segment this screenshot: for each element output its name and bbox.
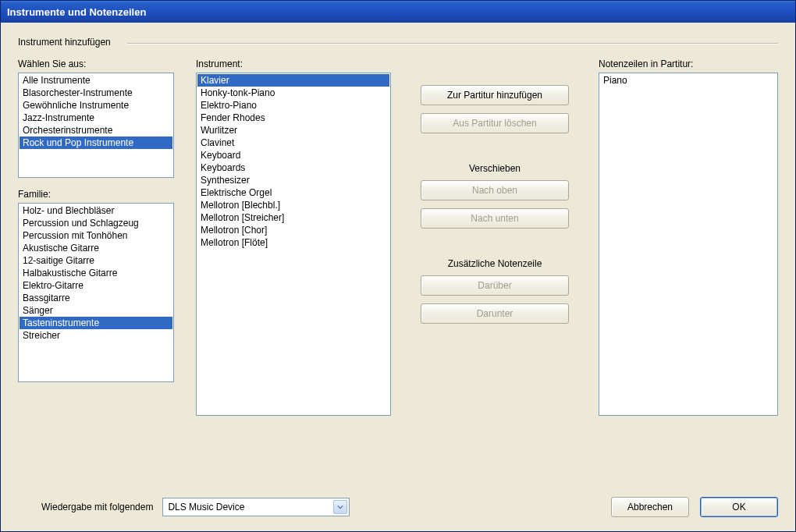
instrument-list-item[interactable]: Fender Rhodes	[197, 112, 389, 124]
bottom-row: Wiedergabe mit folgendem DLS Music Devic…	[18, 497, 778, 517]
divider	[127, 43, 778, 44]
playback-device-value: DLS Music Device	[168, 502, 244, 512]
columns: Wählen Sie aus: Alle InstrumenteBlasorch…	[18, 59, 778, 473]
choose-list-item[interactable]: Alle Instrumente	[20, 74, 172, 87]
fieldset-label: Instrument hinzufügen	[18, 37, 111, 48]
playback-label: Wiedergabe mit folgendem	[41, 502, 153, 512]
family-list-item[interactable]: Akustische Gitarre	[20, 242, 172, 254]
family-listbox[interactable]: Holz- und BlechbläserPercussion und Schl…	[18, 203, 174, 382]
staves-listbox[interactable]: Piano	[599, 73, 778, 416]
column-choose-family: Wählen Sie aus: Alle InstrumenteBlasorch…	[18, 59, 174, 473]
family-list-item[interactable]: Sänger	[20, 304, 172, 317]
column-staves: Notenzeilen in Partitur: Piano	[599, 59, 778, 473]
add-to-score-button[interactable]: Zur Partitur hinzufügen	[421, 85, 569, 105]
instrument-label: Instrument:	[196, 59, 391, 69]
cancel-button[interactable]: Abbrechen	[611, 497, 689, 517]
choose-list-item[interactable]: Jazz-Instrumente	[20, 112, 172, 124]
family-list-item[interactable]: Halbakustische Gitarre	[20, 267, 172, 279]
staves-label: Notenzeilen in Partitur:	[599, 59, 778, 69]
staves-list-item[interactable]: Piano	[600, 74, 776, 87]
instrument-list-item[interactable]: Keyboard	[197, 149, 389, 161]
move-section-label: Verschieben	[413, 163, 577, 174]
extra-staff-section-label: Zusätzliche Notenzeile	[413, 258, 577, 269]
instrument-list-item[interactable]: Mellotron [Blechbl.]	[197, 199, 389, 211]
instrument-list-item[interactable]: Clavinet	[197, 137, 389, 149]
titlebar[interactable]: Instrumente und Notenzeilen	[1, 1, 795, 23]
choose-list-item[interactable]: Blasorchester-Instrumente	[20, 87, 172, 99]
column-instrument: Instrument: KlavierHonky-tonk-PianoElekt…	[196, 59, 391, 473]
family-label: Familie:	[18, 189, 174, 200]
instrument-list-item[interactable]: Honky-tonk-Piano	[197, 87, 389, 99]
family-list-item[interactable]: Tasteninstrumente	[20, 317, 172, 329]
remove-from-score-button[interactable]: Aus Partitur löschen	[421, 113, 569, 133]
move-down-button[interactable]: Nach unten	[421, 208, 569, 229]
dialog-content: Instrument hinzufügen Wählen Sie aus: Al…	[1, 23, 795, 531]
column-actions: Zur Partitur hinzufügen Aus Partitur lös…	[413, 59, 577, 473]
choose-label: Wählen Sie aus:	[18, 59, 174, 69]
family-list-item[interactable]: Streicher	[20, 329, 172, 342]
choose-list-item[interactable]: Orchesterinstrumente	[20, 124, 172, 137]
window-title: Instrumente und Notenzeilen	[7, 6, 146, 18]
instrument-list-item[interactable]: Mellotron [Streicher]	[197, 211, 389, 224]
instrument-list-item[interactable]: Elektrische Orgel	[197, 186, 389, 199]
move-up-button[interactable]: Nach oben	[421, 180, 569, 200]
family-list-item[interactable]: Percussion und Schlagzeug	[20, 217, 172, 229]
staff-above-button[interactable]: Darüber	[421, 275, 569, 296]
instrument-list-item[interactable]: Wurlitzer	[197, 124, 389, 137]
staff-below-button[interactable]: Darunter	[421, 303, 569, 324]
choose-list-item[interactable]: Rock und Pop Instrumente	[20, 137, 172, 149]
instrument-list-item[interactable]: Elektro-Piano	[197, 99, 389, 112]
chevron-down-icon	[333, 500, 347, 514]
family-list-item[interactable]: 12-saitige Gitarre	[20, 254, 172, 267]
choose-listbox[interactable]: Alle InstrumenteBlasorchester-Instrument…	[18, 73, 174, 178]
family-list-item[interactable]: Elektro-Gitarre	[20, 279, 172, 292]
instrument-list-item[interactable]: Klavier	[197, 74, 389, 87]
family-list-item[interactable]: Holz- und Blechbläser	[20, 204, 172, 217]
choose-list-item[interactable]: Gewöhnliche Instrumente	[20, 99, 172, 112]
family-list-item[interactable]: Bassgitarre	[20, 292, 172, 304]
fieldset-header: Instrument hinzufügen	[18, 37, 778, 48]
ok-button[interactable]: OK	[700, 497, 778, 517]
dialog-buttons: Abbrechen OK	[611, 497, 778, 517]
instrument-list-item[interactable]: Keyboards	[197, 161, 389, 174]
instrument-listbox[interactable]: KlavierHonky-tonk-PianoElektro-PianoFend…	[196, 73, 391, 416]
family-list-item[interactable]: Percussion mit Tonhöhen	[20, 229, 172, 242]
instrument-list-item[interactable]: Mellotron [Flöte]	[197, 236, 389, 249]
instrument-list-item[interactable]: Mellotron [Chor]	[197, 224, 389, 236]
playback-device-combo[interactable]: DLS Music Device	[162, 498, 350, 516]
dialog-window: Instrumente und Notenzeilen Instrument h…	[0, 0, 796, 532]
instrument-list-item[interactable]: Synthesizer	[197, 174, 389, 186]
